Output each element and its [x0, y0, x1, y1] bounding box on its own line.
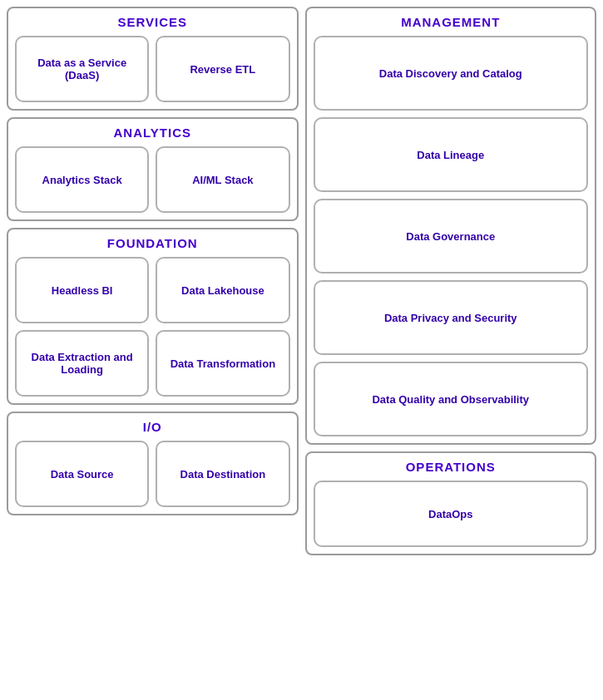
io-section: I/O Data Source Data Destination: [7, 412, 299, 515]
card-analytics-stack[interactable]: Analytics Stack: [15, 146, 149, 213]
card-data-transformation[interactable]: Data Transformation: [156, 330, 289, 397]
operations-title: OPERATIONS: [314, 460, 589, 474]
operations-section: OPERATIONS DataOps: [305, 451, 597, 555]
foundation-title: FOUNDATION: [15, 236, 290, 250]
card-dataops[interactable]: DataOps: [314, 481, 589, 547]
analytics-title: ANALYTICS: [15, 126, 290, 140]
services-title: SERVICES: [15, 15, 290, 29]
card-data-extraction[interactable]: Data Extraction and Loading: [15, 330, 149, 397]
management-section: MANAGEMENT Data Discovery and Catalog Da…: [305, 7, 597, 445]
card-data-discovery[interactable]: Data Discovery and Catalog: [314, 36, 589, 111]
card-data-lineage[interactable]: Data Lineage: [314, 117, 589, 192]
analytics-section: ANALYTICS Analytics Stack AI/ML Stack: [7, 117, 299, 221]
io-title: I/O: [15, 420, 290, 434]
card-data-destination[interactable]: Data Destination: [156, 441, 289, 507]
services-section: SERVICES Data as a Service (DaaS) Revers…: [7, 7, 299, 111]
card-ai-ml-stack[interactable]: AI/ML Stack: [156, 146, 289, 213]
card-headless-bi[interactable]: Headless BI: [15, 257, 149, 323]
card-data-lakehouse[interactable]: Data Lakehouse: [156, 257, 289, 323]
card-data-source[interactable]: Data Source: [15, 441, 149, 507]
management-title: MANAGEMENT: [314, 15, 589, 29]
card-reverse-etl[interactable]: Reverse ETL: [156, 36, 289, 102]
card-daas[interactable]: Data as a Service (DaaS): [15, 36, 149, 102]
card-data-governance[interactable]: Data Governance: [314, 199, 589, 274]
foundation-section: FOUNDATION Headless BI Data Lakehouse Da…: [7, 228, 299, 405]
card-data-privacy[interactable]: Data Privacy and Security: [314, 280, 589, 355]
card-data-quality[interactable]: Data Quality and Observability: [314, 362, 589, 436]
